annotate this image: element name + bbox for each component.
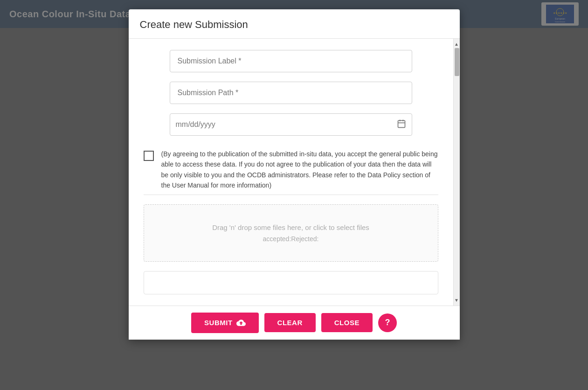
publication-agreement-section: (By agreeing to the publication of the s… [144,145,438,195]
submission-label-group [144,50,438,72]
modal-header: Create new Submission [129,9,460,39]
bottom-area [144,271,438,294]
close-label: CLOSE [334,319,360,327]
submission-path-input[interactable] [170,82,412,104]
svg-rect-5 [398,120,405,127]
date-group [144,113,438,136]
dropzone-sub-text: accepted:Rejected: [153,235,429,243]
upload-icon [236,318,246,327]
submit-label: SUBMIT [204,319,233,327]
scroll-down-arrow[interactable]: ▼ [453,296,460,305]
scroll-up-arrow[interactable]: ▲ [453,40,460,48]
submit-button[interactable]: SUBMIT [191,313,259,333]
modal-dialog: Create new Submission [129,9,460,340]
calendar-icon[interactable] [397,119,406,131]
modal-body: (By agreeing to the publication of the s… [129,39,453,306]
help-label: ? [385,318,390,327]
modal-body-wrapper: (By agreeing to the publication of the s… [129,39,460,306]
date-input-wrapper [170,113,412,136]
help-button[interactable]: ? [378,313,397,332]
dropzone-main-text: Drag 'n' drop some files here, or click … [153,223,429,231]
clear-button[interactable]: CLEAR [264,313,316,332]
modal-scrollbar[interactable]: ▲ ▼ [453,39,460,306]
publication-agreement-text: (By agreeing to the publication of the s… [161,149,438,191]
modal-footer: SUBMIT CLEAR CLOSE ? [129,306,460,340]
modal-title: Create new Submission [140,19,449,31]
submission-label-input[interactable] [170,50,412,72]
clear-label: CLEAR [277,319,303,327]
file-dropzone[interactable]: Drag 'n' drop some files here, or click … [144,204,438,262]
close-button[interactable]: CLOSE [321,313,373,332]
date-input[interactable] [176,114,397,135]
submission-path-group [144,82,438,104]
scrollbar-thumb[interactable] [455,48,459,76]
section-divider [144,195,438,195]
publication-checkbox[interactable] [144,151,154,161]
